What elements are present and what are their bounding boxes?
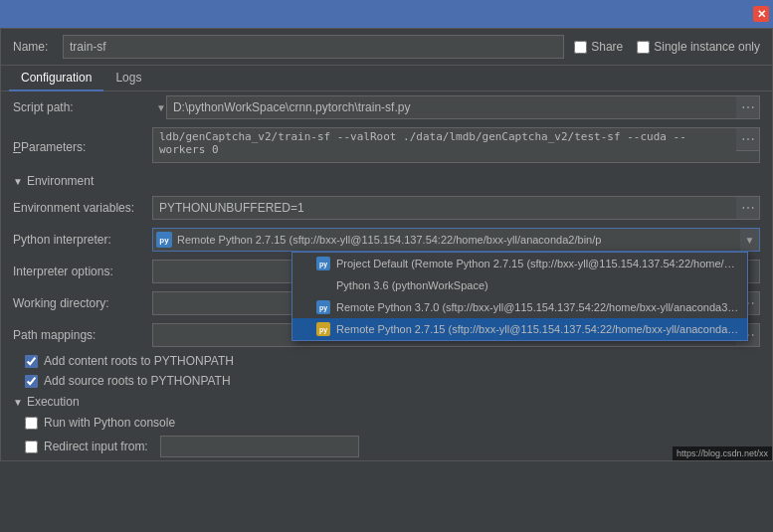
tab-logs[interactable]: Logs (103, 66, 153, 91)
name-input[interactable] (63, 35, 564, 59)
dropdown-item-icon-3: py (316, 322, 330, 336)
tab-configuration[interactable]: Configuration (9, 66, 103, 91)
run-python-console-row: Run with Python console (1, 413, 772, 433)
interpreter-display[interactable]: Remote Python 2.7.15 (sftp://bxx-yll@115… (152, 228, 760, 252)
script-path-dropdown-arrow[interactable]: ▼ (156, 102, 166, 113)
path-mappings-label: Path mappings: (13, 328, 152, 342)
share-checkbox-label[interactable]: Share (574, 40, 623, 54)
add-content-roots-label: Add content roots to PYTHONPATH (44, 354, 234, 368)
title-bar: ✕ (0, 0, 773, 28)
tabs-bar: Configuration Logs (1, 66, 772, 91)
script-path-folder-btn[interactable]: ⋯ (736, 95, 760, 119)
add-content-roots-row: Add content roots to PYTHONPATH (1, 351, 772, 371)
environment-section-header[interactable]: ▼ Environment (1, 170, 772, 192)
share-label: Share (591, 40, 623, 54)
single-instance-label: Single instance only (654, 40, 760, 54)
redirect-input-checkbox[interactable] (25, 441, 38, 453)
parameters-label: PParameters: (13, 140, 152, 154)
script-path-row: Script path: ▼ ⋯ (1, 91, 772, 123)
python-interpreter-label: Python interpreter: (13, 233, 152, 247)
parameters-input[interactable] (152, 127, 760, 163)
add-source-roots-label: Add source roots to PYTHONPATH (44, 374, 231, 388)
header-row: Name: Share Single instance only (1, 29, 772, 66)
run-python-console-checkbox[interactable] (25, 417, 38, 430)
close-button[interactable]: ✕ (753, 6, 769, 22)
env-vars-folder-btn[interactable]: ⋯ (736, 196, 760, 220)
env-vars-field: ⋯ (152, 196, 760, 220)
share-checkbox[interactable] (574, 41, 587, 54)
interpreter-field: py Remote Python 2.7.15 (sftp://bxx-yll@… (152, 228, 760, 252)
environment-arrow-icon: ▼ (13, 176, 23, 187)
python-interpreter-row: Python interpreter: py Remote Python 2.7… (1, 224, 772, 256)
dropdown-item-python370[interactable]: py Remote Python 3.7.0 (sftp://bxx-yll@1… (292, 296, 747, 318)
name-label: Name: (13, 40, 53, 54)
execution-arrow-icon: ▼ (13, 397, 23, 408)
script-path-label: Script path: (13, 100, 152, 114)
dropdown-item-python275[interactable]: py Remote Python 2.7.15 (sftp://bxx-yll@… (292, 318, 747, 340)
redirect-input-row: Redirect input from: (1, 433, 772, 460)
dropdown-item-text-2: Remote Python 3.7.0 (sftp://bxx-yll@115.… (336, 301, 739, 313)
dropdown-item-text-3: Remote Python 2.7.15 (sftp://bxx-yll@115… (336, 323, 739, 335)
env-vars-input[interactable] (152, 196, 760, 220)
dropdown-item-python36[interactable]: Python 3.6 (pythonWorkSpace) (292, 274, 747, 296)
interpreter-options-label: Interpreter options: (13, 265, 152, 278)
script-path-label-area: Script path: ▼ (13, 100, 166, 114)
parameters-field: ⋯ (152, 127, 760, 166)
execution-section-header[interactable]: ▼ Execution (1, 391, 772, 413)
dropdown-item-text-0: Project Default (Remote Python 2.7.15 (s… (336, 258, 739, 269)
run-configuration-dialog: Name: Share Single instance only Configu… (0, 28, 773, 461)
dropdown-item-icon-0: py (316, 257, 330, 270)
script-path-field: ⋯ (166, 95, 760, 119)
add-content-roots-checkbox[interactable] (25, 355, 38, 368)
redirect-input-field[interactable] (160, 436, 359, 457)
run-python-console-label: Run with Python console (44, 416, 175, 430)
parameters-folder-btn[interactable]: ⋯ (736, 127, 760, 151)
env-vars-row: Environment variables: ⋯ (1, 192, 772, 224)
redirect-input-label: Redirect input from: (44, 440, 148, 453)
execution-section-label: Execution (27, 395, 80, 409)
environment-section-label: Environment (27, 174, 94, 188)
interpreter-dropdown-popup: py Project Default (Remote Python 2.7.15… (291, 252, 748, 341)
dropdown-item-project-default[interactable]: py Project Default (Remote Python 2.7.15… (292, 253, 747, 274)
header-checkboxes: Share Single instance only (574, 40, 760, 54)
script-path-input[interactable] (166, 95, 760, 119)
watermark: https://blog.csdn.net/xx (673, 446, 772, 460)
working-directory-label: Working directory: (13, 296, 152, 310)
add-source-roots-row: Add source roots to PYTHONPATH (1, 371, 772, 391)
env-vars-label: Environment variables: (13, 201, 152, 215)
parameters-row: PParameters: ⋯ (1, 123, 772, 170)
single-instance-checkbox[interactable] (637, 41, 650, 54)
dropdown-item-text-1: Python 3.6 (pythonWorkSpace) (336, 279, 488, 291)
single-instance-checkbox-label[interactable]: Single instance only (637, 40, 760, 54)
add-source-roots-checkbox[interactable] (25, 375, 38, 388)
interpreter-dropdown-btn[interactable]: ▼ (740, 228, 760, 252)
dropdown-item-icon-2: py (316, 300, 330, 314)
configuration-content: Script path: ▼ ⋯ PParameters: ⋯ (1, 91, 772, 460)
python-icon: py (156, 232, 172, 248)
